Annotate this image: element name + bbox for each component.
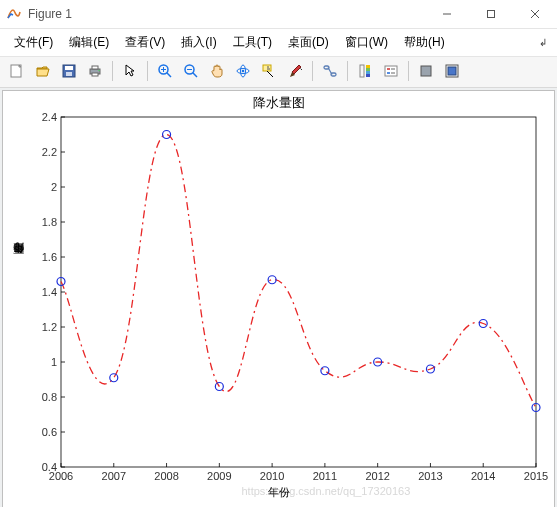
hide-plot-tools-icon[interactable] — [414, 59, 438, 83]
minimize-button[interactable] — [425, 0, 469, 28]
svg-line-17 — [193, 73, 197, 77]
colorbar-icon[interactable] — [353, 59, 377, 83]
svg-line-28 — [328, 68, 332, 75]
xtick-label: 2012 — [365, 470, 389, 482]
ytick-label: 2.4 — [33, 111, 57, 123]
svg-rect-33 — [366, 74, 370, 77]
xtick-label: 2007 — [102, 470, 126, 482]
svg-point-21 — [242, 70, 245, 73]
svg-line-25 — [267, 71, 273, 77]
pointer-icon[interactable] — [118, 59, 142, 83]
toolbar-chevron-icon[interactable]: ↲ — [539, 37, 551, 48]
data-marker — [110, 374, 118, 382]
data-cursor-icon[interactable] — [257, 59, 281, 83]
save-icon[interactable] — [57, 59, 81, 83]
new-figure-icon[interactable] — [5, 59, 29, 83]
series-line — [61, 134, 536, 407]
xtick-label: 2013 — [418, 470, 442, 482]
xtick-label: 2008 — [154, 470, 178, 482]
svg-rect-42 — [61, 117, 536, 467]
xtick-label: 2010 — [260, 470, 284, 482]
svg-rect-1 — [488, 11, 495, 18]
toolbar-separator — [112, 61, 113, 81]
xtick-label: 2009 — [207, 470, 231, 482]
svg-rect-32 — [366, 71, 370, 74]
menu-item[interactable]: 插入(I) — [173, 32, 224, 53]
data-marker — [268, 276, 276, 284]
svg-point-11 — [98, 70, 99, 71]
show-plot-tools-icon[interactable] — [440, 59, 464, 83]
ytick-label: 1.6 — [33, 251, 57, 263]
svg-rect-39 — [421, 66, 431, 76]
svg-rect-10 — [92, 73, 98, 76]
xtick-label: 2015 — [524, 470, 548, 482]
figure-area: 降水量图 https://blog.csdn.net/qq_17320163 2… — [0, 88, 557, 507]
toolbar — [0, 57, 557, 88]
ytick-label: 1.4 — [33, 286, 57, 298]
maximize-button[interactable] — [469, 0, 513, 28]
svg-rect-31 — [366, 68, 370, 71]
svg-line-13 — [167, 73, 171, 77]
svg-rect-7 — [66, 72, 72, 76]
open-icon[interactable] — [31, 59, 55, 83]
ytick-label: 1.8 — [33, 216, 57, 228]
svg-rect-6 — [65, 66, 73, 70]
axes[interactable] — [61, 117, 536, 467]
figure-canvas[interactable]: 降水量图 https://blog.csdn.net/qq_17320163 2… — [2, 90, 555, 507]
toolbar-separator — [408, 61, 409, 81]
ytick-label: 0.4 — [33, 461, 57, 473]
ytick-label: 0.6 — [33, 426, 57, 438]
svg-rect-34 — [385, 66, 397, 76]
pan-icon[interactable] — [205, 59, 229, 83]
menu-item[interactable]: 桌面(D) — [280, 32, 337, 53]
chart-title: 降水量图 — [3, 91, 554, 112]
ytick-label: 1 — [33, 356, 57, 368]
menu-item[interactable]: 文件(F) — [6, 32, 61, 53]
data-marker — [321, 367, 329, 375]
axis-label-x: 年份 — [3, 485, 554, 500]
menu-item[interactable]: 窗口(W) — [337, 32, 396, 53]
legend-icon[interactable] — [379, 59, 403, 83]
svg-rect-30 — [366, 65, 370, 68]
data-marker — [163, 131, 171, 139]
link-icon[interactable] — [318, 59, 342, 83]
print-icon[interactable] — [83, 59, 107, 83]
menu-item[interactable]: 工具(T) — [225, 32, 280, 53]
ytick-label: 1.2 — [33, 321, 57, 333]
window-titlebar: Figure 1 — [0, 0, 557, 29]
svg-rect-9 — [92, 66, 98, 69]
xtick-label: 2011 — [313, 470, 337, 482]
zoom-out-icon[interactable] — [179, 59, 203, 83]
zoom-in-icon[interactable] — [153, 59, 177, 83]
ytick-label: 0.8 — [33, 391, 57, 403]
brush-icon[interactable] — [283, 59, 307, 83]
toolbar-separator — [347, 61, 348, 81]
rotate3d-icon[interactable] — [231, 59, 255, 83]
window-title: Figure 1 — [28, 7, 72, 21]
xtick-label: 2014 — [471, 470, 495, 482]
toolbar-separator — [312, 61, 313, 81]
svg-rect-22 — [263, 65, 271, 71]
svg-rect-29 — [360, 65, 364, 77]
close-button[interactable] — [513, 0, 557, 28]
ytick-label: 2.2 — [33, 146, 57, 158]
menu-item[interactable]: 编辑(E) — [61, 32, 117, 53]
svg-rect-41 — [448, 67, 456, 75]
menubar: 文件(F)编辑(E)查看(V)插入(I)工具(T)桌面(D)窗口(W)帮助(H)… — [0, 29, 557, 57]
matlab-logo-icon — [6, 6, 22, 22]
menu-item[interactable]: 查看(V) — [117, 32, 173, 53]
ytick-label: 2 — [33, 181, 57, 193]
menu-item[interactable]: 帮助(H) — [396, 32, 453, 53]
toolbar-separator — [147, 61, 148, 81]
